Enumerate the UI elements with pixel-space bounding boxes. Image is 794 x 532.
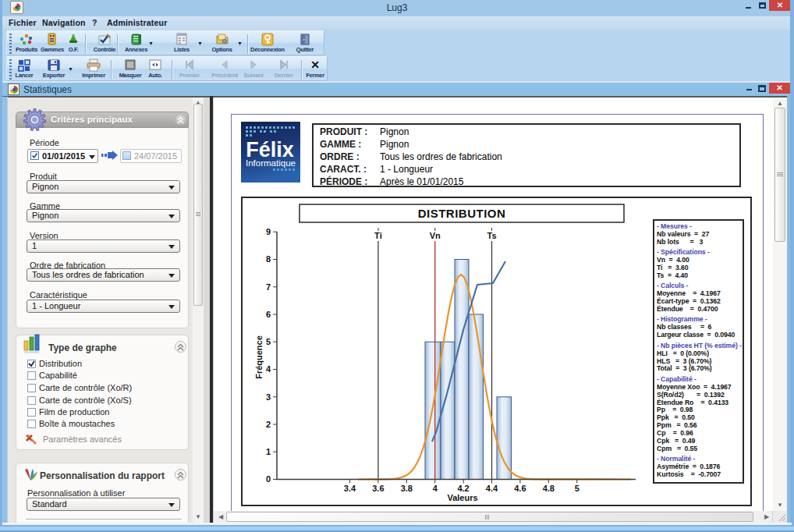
- svg-text:1: 1: [266, 447, 271, 456]
- svg-text:2: 2: [266, 420, 271, 429]
- svg-text:3: 3: [266, 392, 271, 402]
- svg-text:DISTRIBUTION: DISTRIBUTION: [418, 207, 506, 220]
- svg-text:4.8: 4.8: [543, 484, 555, 493]
- svg-text:7: 7: [266, 282, 271, 292]
- svg-text:5: 5: [575, 484, 580, 493]
- svg-text:Vn: Vn: [430, 231, 441, 240]
- svg-text:3.4: 3.4: [344, 484, 356, 493]
- svg-text:4.6: 4.6: [514, 484, 526, 493]
- svg-text:4.4: 4.4: [486, 484, 498, 493]
- svg-text:4.2: 4.2: [457, 484, 469, 493]
- svg-text:Informatique: Informatique: [246, 158, 296, 168]
- svg-text:Fréquence: Fréquence: [254, 335, 264, 379]
- svg-text:0: 0: [266, 474, 271, 484]
- svg-text:Ti: Ti: [374, 231, 382, 240]
- svg-text:3.6: 3.6: [372, 484, 384, 493]
- svg-text:8: 8: [266, 254, 271, 264]
- svg-text:6: 6: [266, 310, 271, 319]
- svg-text:9: 9: [266, 227, 271, 236]
- svg-text:5: 5: [266, 337, 271, 346]
- svg-text:Ts: Ts: [487, 231, 496, 240]
- svg-text:4: 4: [433, 484, 438, 493]
- svg-text:Valeurs: Valeurs: [447, 493, 477, 502]
- svg-text:4: 4: [266, 364, 271, 374]
- svg-text:3.8: 3.8: [401, 484, 413, 493]
